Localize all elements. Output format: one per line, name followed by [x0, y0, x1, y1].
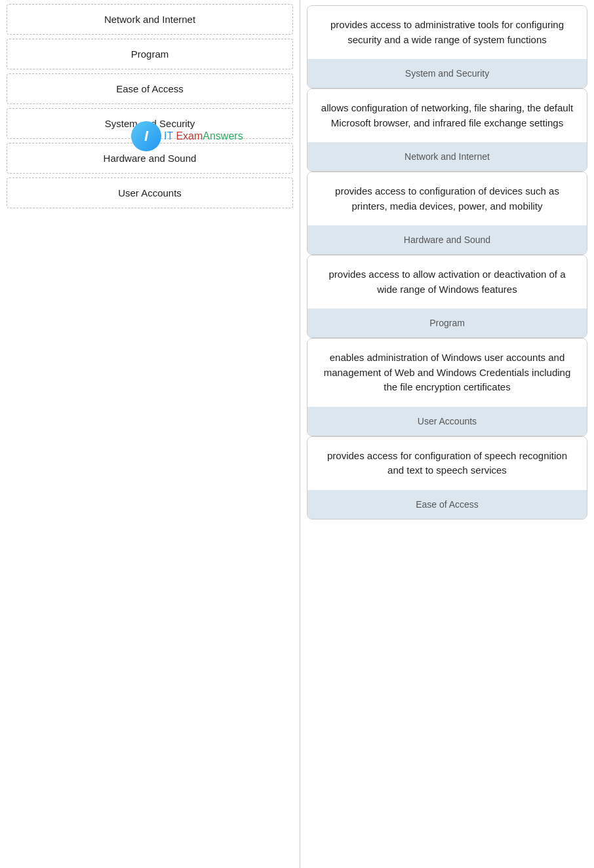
left-item-ease-of-access[interactable]: Ease of Access: [7, 73, 293, 104]
ease-of-access-card-description: provides access for configuration of spe…: [307, 437, 587, 490]
right-column: provides access to administrative tools …: [300, 0, 594, 868]
program-card-label[interactable]: Program: [307, 309, 587, 337]
hardware-and-sound-card: provides access to configuration of devi…: [307, 172, 587, 255]
ease-of-access-card: provides access for configuration of spe…: [307, 436, 587, 519]
left-item-network-and-internet[interactable]: Network and Internet: [7, 4, 293, 35]
user-accounts-card: enables administration of Windows user a…: [307, 338, 587, 436]
network-and-internet-card-label[interactable]: Network and Internet: [307, 142, 587, 171]
left-item-system-and-security[interactable]: System and Security: [7, 108, 293, 139]
left-item-hardware-and-sound[interactable]: Hardware and Sound: [7, 143, 293, 174]
left-items-list: Network and InternetProgramEase of Acces…: [0, 4, 300, 208]
hardware-and-sound-card-label[interactable]: Hardware and Sound: [307, 225, 587, 254]
cards-container: provides access to administrative tools …: [307, 5, 587, 519]
user-accounts-card-label[interactable]: User Accounts: [307, 407, 587, 436]
network-and-internet-card: allows configuration of networking, file…: [307, 88, 587, 172]
ease-of-access-card-label[interactable]: Ease of Access: [307, 490, 587, 519]
user-accounts-card-description: enables administration of Windows user a…: [307, 339, 587, 407]
hardware-and-sound-card-description: provides access to configuration of devi…: [307, 172, 587, 225]
system-and-security-card-description: provides access to administrative tools …: [307, 6, 587, 59]
system-and-security-card-label[interactable]: System and Security: [307, 59, 587, 88]
program-card-description: provides access to allow activation or d…: [307, 255, 587, 309]
main-container: I IT ExamAnswers Network and InternetPro…: [0, 0, 594, 868]
network-and-internet-card-description: allows configuration of networking, file…: [307, 89, 587, 142]
system-and-security-card: provides access to administrative tools …: [307, 5, 587, 88]
left-item-user-accounts[interactable]: User Accounts: [7, 178, 293, 208]
left-column: I IT ExamAnswers Network and InternetPro…: [0, 0, 300, 868]
program-card: provides access to allow activation or d…: [307, 255, 587, 338]
left-item-program[interactable]: Program: [7, 39, 293, 69]
